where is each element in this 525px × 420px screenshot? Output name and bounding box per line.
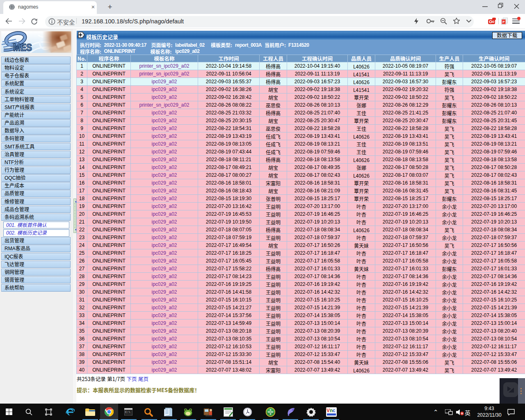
svg-text:C:\: C:\: [125, 411, 130, 414]
svg-text:P: P: [502, 20, 505, 24]
svg-text:MES: MES: [13, 42, 32, 53]
svg-text:c: c: [333, 408, 336, 413]
svg-text:V: V: [326, 408, 330, 413]
